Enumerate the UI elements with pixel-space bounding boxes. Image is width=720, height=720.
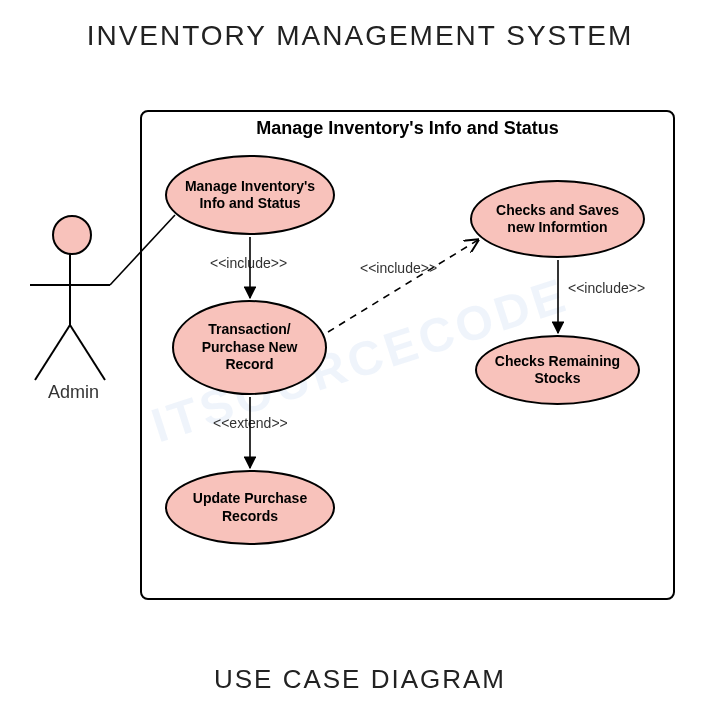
- relation-extend: <<extend>>: [213, 415, 288, 431]
- svg-line-2: [35, 325, 70, 380]
- usecase-label: Checks Remaining Stocks: [487, 353, 628, 388]
- diagram-title: INVENTORY MANAGEMENT SYSTEM: [0, 20, 720, 52]
- usecase-label: Transaction/ Purchase New Record: [184, 321, 315, 374]
- usecase-label: Checks and Saves new Informtion: [482, 202, 633, 237]
- relation-include-2: <<include>>: [360, 260, 437, 276]
- usecase-manage-info: Manage Inventory's Info and Status: [165, 155, 335, 235]
- usecase-remaining-stocks: Checks Remaining Stocks: [475, 335, 640, 405]
- system-title: Manage Inventory's Info and Status: [142, 118, 673, 139]
- relation-include-1: <<include>>: [210, 255, 287, 271]
- usecase-update-records: Update Purchase Records: [165, 470, 335, 545]
- svg-line-3: [70, 325, 105, 380]
- usecase-label: Update Purchase Records: [177, 490, 323, 525]
- relation-include-3: <<include>>: [568, 280, 645, 296]
- actor-head-icon: [52, 215, 92, 255]
- usecase-checks-saves: Checks and Saves new Informtion: [470, 180, 645, 258]
- usecase-label: Manage Inventory's Info and Status: [177, 178, 323, 213]
- usecase-transaction-record: Transaction/ Purchase New Record: [172, 300, 327, 395]
- diagram-footer: USE CASE DIAGRAM: [0, 664, 720, 695]
- actor-label: Admin: [48, 382, 99, 403]
